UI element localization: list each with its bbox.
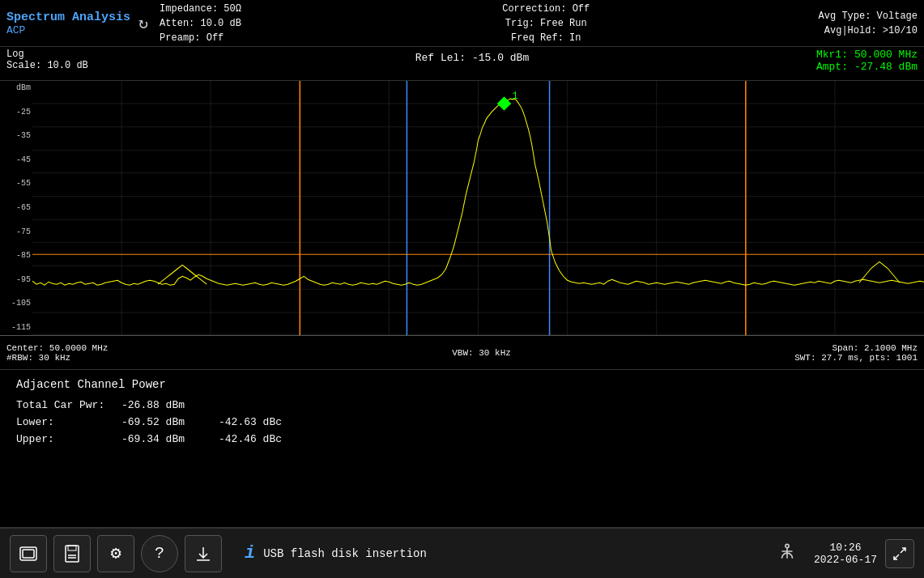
y-label-55: -55 (0, 180, 31, 188)
y-label-85: -85 (0, 252, 31, 260)
y-label-dbm: dBm (0, 84, 31, 92)
acp-row-total: Total Car Pwr: -26.88 dBm (16, 399, 908, 411)
acp-lower-value: -69.52 dBm (121, 416, 219, 428)
mkr1-freq: 50.000 MHz (854, 49, 918, 61)
y-axis: dBm -25 -35 -45 -55 -65 -75 -85 -95 -105… (0, 81, 32, 335)
scale-info: Log Scale: 10.0 dB (6, 49, 128, 71)
mkr1-label: Mkr1: (816, 49, 848, 61)
acp-upper-label: Upper: (16, 433, 121, 445)
acp-lower-label: Lower: (16, 416, 121, 428)
vbw-label: VBW: 30 kHz (452, 348, 511, 358)
span-label: Span: 2.1000 MHz (832, 343, 918, 353)
header: Spectrum Analysis ACP ↻ Impedance: 50Ω A… (0, 0, 924, 47)
acp-title: Adjacent Channel Power (16, 378, 908, 391)
svg-line-37 (901, 548, 905, 553)
svg-rect-31 (68, 546, 76, 550)
atten-label: Atten: 10.0 dB (160, 16, 241, 31)
expand-button[interactable] (885, 539, 914, 568)
acp-panel: Adjacent Channel Power Total Car Pwr: -2… (0, 370, 924, 528)
center-freq: Center: 50.0000 MHz (6, 343, 168, 353)
trig-label: Trig: Free Run (505, 16, 587, 31)
download-button[interactable] (185, 535, 222, 572)
info-icon: i (245, 543, 255, 563)
spectrum-chart: dBm -25 -35 -45 -55 -65 -75 -85 -95 -105… (0, 81, 924, 336)
ref-lel: Ref Lel: -15.0 dBm (128, 49, 816, 64)
header-center: Correction: Off Trig: Free Run Freq Ref:… (274, 2, 819, 45)
settings-button[interactable]: ⚙ (97, 535, 134, 572)
save-button[interactable] (53, 535, 91, 572)
marker-info: Mkr1: 50.000 MHz Ampt: -27.48 dBm (816, 49, 918, 73)
svg-point-35 (786, 544, 789, 547)
app-title: Spectrum Analysis (6, 11, 130, 24)
chart-footer: Center: 50.0000 MHz #RBW: 30 kHz VBW: 30… (0, 336, 924, 370)
time-display: 10:26 (829, 542, 861, 554)
header-title-block: Spectrum Analysis ACP (6, 11, 130, 36)
acp-upper-value: -69.34 dBm (121, 433, 219, 445)
ampt-value: -27.48 dBm (854, 61, 918, 73)
avg-hold-label: Avg|Hold: >10/10 (819, 23, 918, 38)
chart-area: 1 (32, 81, 924, 335)
avg-type-label: Avg Type: Voltage (819, 9, 918, 23)
y-label-105: -105 (0, 300, 31, 308)
scale-value: Scale: 10.0 dB (6, 60, 128, 71)
svg-line-38 (894, 555, 899, 559)
acp-row-lower: Lower: -69.52 dBm -42.63 dBc (16, 416, 908, 428)
y-label-65: -65 (0, 204, 31, 212)
acp-lower-relative: -42.63 dBc (219, 416, 300, 428)
y-label-115: -115 (0, 324, 31, 332)
y-label-45: -45 (0, 156, 31, 164)
swt-label: SWT: 27.7 ms, pts: 1001 (794, 353, 918, 363)
acp-row-upper: Upper: -69.34 dBm -42.46 dBc (16, 433, 908, 445)
rbw-label: #RBW: 30 kHz (6, 353, 168, 363)
help-button[interactable]: ? (141, 535, 178, 572)
mode-label: ACP (6, 24, 130, 36)
y-label-35: -35 (0, 132, 31, 140)
header-right: Avg Type: Voltage Avg|Hold: >10/10 (819, 9, 918, 38)
ampt-label: Ampt: (816, 61, 848, 73)
footer-center: VBW: 30 kHz (168, 348, 794, 358)
refresh-icon[interactable]: ↻ (138, 13, 148, 33)
preamp-label: Preamp: Off (160, 31, 241, 45)
acp-total-value: -26.88 dBm (121, 399, 219, 411)
screenshot-button[interactable] (10, 535, 47, 572)
acp-total-label: Total Car Pwr: (16, 399, 121, 411)
correction-label: Correction: Off (502, 2, 590, 16)
anchor-icon (777, 541, 798, 567)
svg-rect-30 (66, 546, 79, 562)
impedance-label: Impedance: 50Ω (160, 2, 241, 16)
y-label-95: -95 (0, 276, 31, 284)
svg-rect-29 (23, 550, 34, 558)
acp-upper-relative: -42.46 dBc (219, 433, 300, 445)
date-display: 2022-06-17 (814, 554, 877, 566)
toolbar: ⚙ ? i USB flash disk insertion 10:26 202… (0, 528, 924, 578)
footer-left: Center: 50.0000 MHz #RBW: 30 kHz (6, 343, 168, 363)
sub-header: Log Scale: 10.0 dB Ref Lel: -15.0 dBm Mk… (0, 47, 924, 81)
y-label-75: -75 (0, 228, 31, 236)
usb-message: i USB flash disk insertion (245, 543, 777, 563)
header-params: Impedance: 50Ω Atten: 10.0 dB Preamp: Of… (160, 2, 241, 45)
y-label-25: -25 (0, 108, 31, 117)
svg-text:1: 1 (513, 91, 518, 102)
footer-right: Span: 2.1000 MHz SWT: 27.7 ms, pts: 1001 (794, 343, 918, 363)
freq-ref-label: Freq Ref: In (511, 31, 581, 45)
usb-text: USB flash disk insertion (263, 547, 427, 560)
clock-area: 10:26 2022-06-17 (814, 542, 877, 566)
scale-mode: Log (6, 49, 128, 60)
spectrum-svg: 1 (32, 81, 924, 335)
